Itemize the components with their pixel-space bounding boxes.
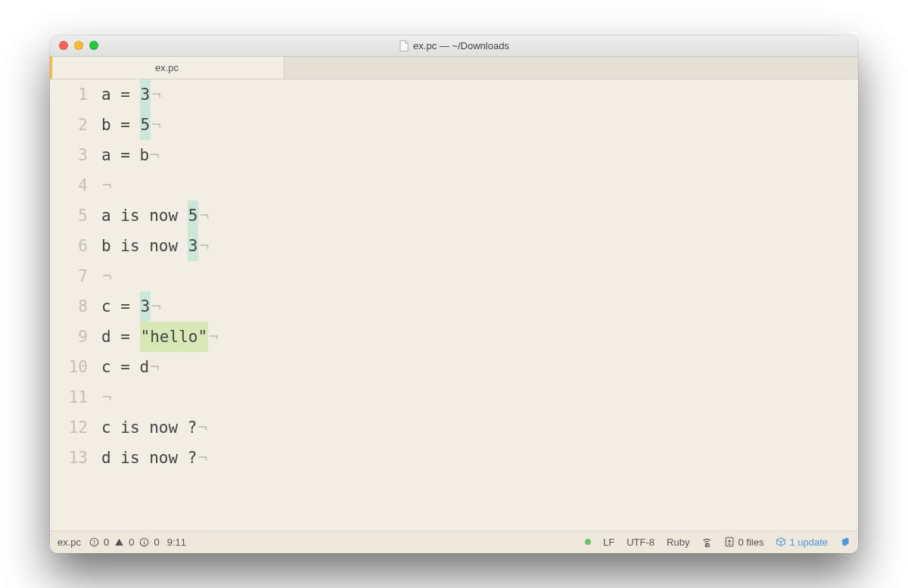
line-number: 7 [50, 261, 101, 291]
status-bar: ex.pc 0 0 0 9:11 LF UTF-8 Ruby [50, 530, 858, 553]
eol-marker: ¬ [149, 352, 160, 382]
eol-marker: ¬ [151, 291, 161, 322]
maximize-button[interactable] [89, 41, 98, 50]
line-number: 2 [50, 110, 101, 140]
code-line[interactable]: 2b = 5¬ [50, 110, 858, 140]
diagnostics-group[interactable]: 0 0 0 [89, 537, 160, 548]
code-line[interactable]: 1a = 3¬ [50, 79, 858, 110]
updates-text: 1 update [789, 537, 828, 548]
eol-marker: ¬ [151, 79, 161, 110]
number-literal: 5 [188, 201, 199, 231]
tab-active[interactable]: ex.pc [50, 57, 285, 79]
eol-marker: ¬ [101, 261, 112, 291]
error-icon [89, 537, 99, 547]
line-number: 12 [50, 412, 101, 443]
package-icon [776, 537, 786, 547]
info-icon [139, 537, 150, 547]
number-literal: 3 [188, 231, 199, 261]
code-content: d is now ?¬ [101, 443, 207, 473]
line-number: 3 [50, 140, 101, 170]
status-encoding[interactable]: UTF-8 [627, 537, 655, 548]
code-line[interactable]: 3a = b¬ [50, 140, 858, 170]
code-content: ¬ [101, 382, 112, 412]
status-filename[interactable]: ex.pc [58, 537, 81, 548]
status-left: ex.pc 0 0 0 9:11 [58, 537, 186, 548]
clean-indicator-icon [585, 539, 591, 545]
code-content: a = 3¬ [101, 79, 161, 110]
number-literal: 3 [140, 291, 151, 322]
editor-window: ex.pc — ~/Downloads ex.pc 1a = 3¬2b = 5¬… [50, 36, 858, 553]
string-literal: "hello" [140, 322, 209, 352]
warning-icon [114, 537, 124, 547]
code-line[interactable]: 13d is now ?¬ [50, 443, 858, 473]
code-line[interactable]: 8c = 3¬ [50, 291, 858, 322]
file-icon [399, 40, 409, 51]
number-literal: 3 [140, 79, 151, 110]
svg-point-2 [93, 543, 94, 544]
eol-marker: ¬ [208, 322, 219, 352]
traffic-lights [50, 41, 98, 50]
git-files-text: 0 files [738, 537, 763, 548]
eol-marker: ¬ [197, 412, 207, 443]
eol-marker: ¬ [198, 201, 209, 231]
status-right: LF UTF-8 Ruby 0 files [585, 537, 850, 548]
title-bar: ex.pc — ~/Downloads [50, 36, 858, 57]
code-content: b = 5¬ [101, 110, 161, 140]
eol-marker: ¬ [149, 140, 160, 170]
code-content: c = d¬ [101, 352, 160, 382]
squirrel-icon[interactable] [840, 537, 850, 547]
eol-marker: ¬ [101, 382, 112, 412]
window-title-text: ex.pc — ~/Downloads [413, 40, 509, 51]
code-line[interactable]: 10c = d¬ [50, 352, 858, 382]
code-line[interactable]: 7¬ [50, 261, 858, 291]
line-number: 11 [50, 382, 101, 412]
line-number: 10 [50, 352, 101, 382]
info-count: 0 [154, 537, 160, 548]
line-number: 8 [50, 291, 101, 322]
tab-label: ex.pc [155, 62, 179, 73]
code-content: c = 3¬ [101, 291, 161, 322]
code-line[interactable]: 6b is now 3¬ [50, 231, 858, 261]
window-title: ex.pc — ~/Downloads [399, 40, 509, 51]
telemetry-icon[interactable] [701, 537, 712, 547]
status-syntax[interactable]: Ruby [667, 537, 689, 548]
code-line[interactable]: 5a is now 5¬ [50, 201, 858, 231]
line-number: 6 [50, 231, 101, 261]
status-updates[interactable]: 1 update [776, 537, 828, 548]
close-button[interactable] [59, 41, 68, 50]
tab-bar: ex.pc [50, 57, 858, 79]
line-number: 9 [50, 322, 101, 352]
git-diff-icon [724, 537, 735, 547]
code-content: a is now 5¬ [101, 201, 209, 231]
error-count: 0 [104, 537, 109, 548]
line-number: 5 [50, 201, 101, 231]
eol-marker: ¬ [151, 110, 161, 140]
status-git-files[interactable]: 0 files [724, 537, 763, 548]
code-content: d = "hello"¬ [101, 322, 219, 352]
status-cursor-position[interactable]: 9:11 [167, 537, 186, 548]
code-line[interactable]: 11¬ [50, 382, 858, 412]
code-line[interactable]: 9d = "hello"¬ [50, 322, 858, 352]
line-number: 13 [50, 443, 101, 473]
eol-marker: ¬ [198, 231, 209, 261]
code-content: b is now 3¬ [101, 231, 209, 261]
line-number: 4 [50, 170, 101, 201]
code-content: ¬ [101, 261, 112, 291]
code-editor[interactable]: 1a = 3¬2b = 5¬3a = b¬4¬5a is now 5¬6b is… [50, 79, 858, 530]
minimize-button[interactable] [74, 41, 83, 50]
number-literal: 5 [140, 110, 151, 140]
warning-count: 0 [129, 537, 134, 548]
code-content: ¬ [101, 170, 112, 201]
status-line-ending[interactable]: LF [603, 537, 614, 548]
eol-marker: ¬ [197, 443, 207, 473]
eol-marker: ¬ [101, 170, 112, 201]
code-line[interactable]: 4¬ [50, 170, 858, 201]
code-line[interactable]: 12c is now ?¬ [50, 412, 858, 443]
line-number: 1 [50, 79, 101, 110]
svg-point-4 [144, 540, 145, 540]
code-content: a = b¬ [101, 140, 160, 170]
code-content: c is now ?¬ [101, 412, 207, 443]
